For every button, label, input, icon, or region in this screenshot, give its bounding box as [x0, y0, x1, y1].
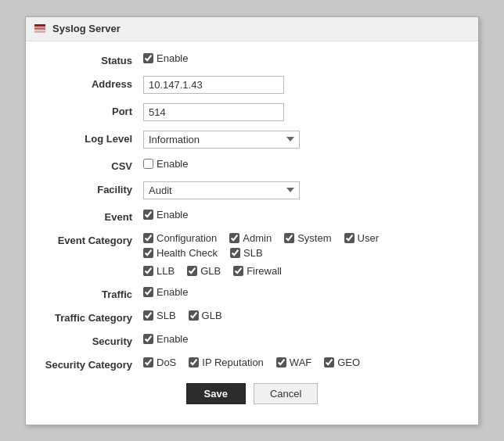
event-control: Enable — [143, 209, 463, 220]
traffic-control: Enable — [143, 286, 463, 298]
address-row: Address — [41, 76, 463, 94]
address-label: Address — [41, 76, 143, 90]
status-label: Status — [41, 52, 143, 66]
security-checkbox[interactable] — [143, 334, 153, 344]
event-cat-firewall[interactable]: Firewall — [233, 265, 282, 277]
traffic-checkbox[interactable] — [143, 287, 153, 297]
facility-control: Audit Local0 Local1 Local2 Local3 Local4… — [143, 181, 463, 199]
traffic-category-label: Traffic Category — [41, 310, 143, 324]
form-area: Status Enable Address Port Log Leve — [26, 41, 478, 412]
event-label: Event — [41, 209, 143, 223]
status-row: Status Enable — [41, 52, 463, 66]
address-input[interactable] — [143, 76, 284, 94]
security-category-control: DoS IP Reputation WAF GEO — [143, 357, 463, 368]
event-cat-configuration[interactable]: Configuration — [143, 232, 217, 244]
window-title: Syslog Server — [52, 23, 121, 34]
traffic-category-control: SLB GLB — [143, 310, 463, 321]
security-control: Enable — [143, 333, 463, 345]
csv-label: CSV — [41, 158, 143, 172]
address-control — [143, 76, 463, 94]
event-category-row: Event Category Configuration Admin Syste… — [41, 232, 463, 277]
event-cat-system[interactable]: System — [284, 232, 331, 244]
log-level-label: Log Level — [41, 131, 143, 145]
event-cat-glb[interactable]: GLB — [187, 265, 221, 277]
svg-rect-1 — [34, 27, 45, 30]
port-label: Port — [41, 103, 143, 117]
title-bar: Syslog Server — [26, 17, 478, 41]
security-cat-geo[interactable]: GEO — [324, 357, 360, 368]
csv-control: Enable — [143, 158, 463, 170]
traffic-cat-glb[interactable]: GLB — [189, 310, 222, 321]
csv-enable-label[interactable]: Enable — [143, 158, 188, 170]
save-button[interactable]: Save — [186, 383, 246, 404]
event-cat-llb[interactable]: LLB — [143, 265, 175, 277]
traffic-category-list: SLB GLB — [143, 310, 227, 321]
event-enable-label[interactable]: Enable — [143, 209, 188, 220]
security-category-row: Security Category DoS IP Reputation WAF … — [41, 357, 463, 371]
button-row: Save Cancel — [41, 383, 463, 404]
traffic-cat-slb[interactable]: SLB — [143, 310, 176, 321]
syslog-icon — [34, 23, 46, 35]
traffic-label: Traffic — [41, 286, 143, 300]
port-input[interactable] — [143, 103, 284, 121]
event-category-control: Configuration Admin System User Health C… — [143, 232, 463, 277]
event-category-label: Event Category — [41, 232, 143, 246]
csv-checkbox[interactable] — [143, 159, 153, 169]
security-enable-label[interactable]: Enable — [143, 333, 188, 345]
cancel-button[interactable]: Cancel — [254, 383, 318, 404]
event-cat-health-check[interactable]: Health Check — [143, 247, 218, 259]
syslog-server-window: Syslog Server Status Enable Address Port — [25, 16, 479, 425]
security-row: Security Enable — [41, 333, 463, 347]
traffic-category-row: Traffic Category SLB GLB — [41, 310, 463, 324]
port-row: Port — [41, 103, 463, 121]
status-enable-label[interactable]: Enable — [143, 52, 188, 64]
event-cat-slb[interactable]: SLB — [230, 247, 263, 259]
status-checkbox[interactable] — [143, 53, 153, 63]
security-cat-ip-rep[interactable]: IP Reputation — [189, 357, 264, 368]
security-label: Security — [41, 333, 143, 347]
port-control — [143, 103, 463, 121]
facility-label: Facility — [41, 181, 143, 195]
status-control: Enable — [143, 52, 463, 64]
event-row: Event Enable — [41, 209, 463, 223]
security-cat-dos[interactable]: DoS — [143, 357, 176, 368]
log-level-control: Debug Information Warning Error Critical — [143, 131, 463, 149]
facility-row: Facility Audit Local0 Local1 Local2 Loca… — [41, 181, 463, 199]
csv-row: CSV Enable — [41, 158, 463, 172]
traffic-row: Traffic Enable — [41, 286, 463, 300]
event-cat-admin[interactable]: Admin — [229, 232, 272, 244]
log-level-select[interactable]: Debug Information Warning Error Critical — [143, 131, 300, 149]
event-category-list-2: LLB GLB Firewall — [143, 265, 286, 277]
security-cat-waf[interactable]: WAF — [276, 357, 311, 368]
security-category-label: Security Category — [41, 357, 143, 371]
event-checkbox[interactable] — [143, 210, 153, 220]
svg-rect-0 — [34, 24, 45, 27]
event-category-list: Configuration Admin System User Health C… — [143, 232, 463, 259]
traffic-enable-label[interactable]: Enable — [143, 286, 188, 298]
svg-rect-2 — [34, 30, 45, 33]
security-category-list: DoS IP Reputation WAF GEO — [143, 357, 365, 368]
event-cat-user[interactable]: User — [344, 232, 379, 244]
log-level-row: Log Level Debug Information Warning Erro… — [41, 131, 463, 149]
facility-select[interactable]: Audit Local0 Local1 Local2 Local3 Local4… — [143, 181, 300, 199]
